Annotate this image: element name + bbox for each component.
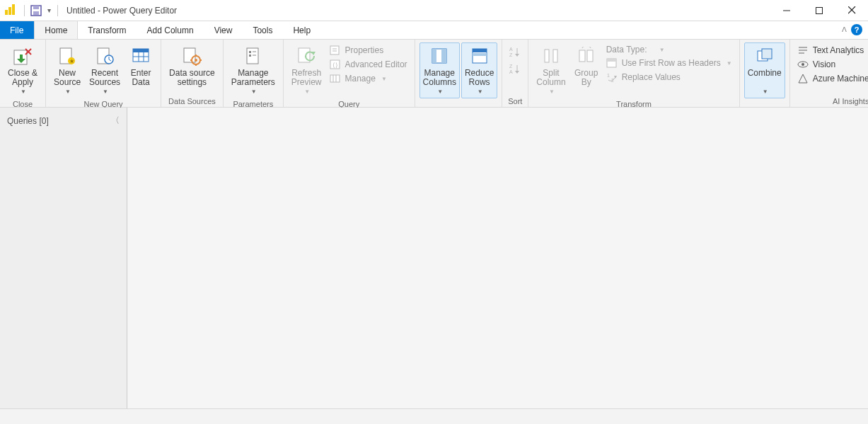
group-label (744, 98, 785, 108)
split-column-button[interactable]: Split Column▼ (533, 42, 569, 98)
tab-home[interactable]: Home (34, 21, 78, 39)
help-icon[interactable]: ? (851, 24, 862, 35)
content-area: Queries [0] 〈 (0, 108, 868, 408)
data-type-button[interactable]: Data Type: ▼ (603, 44, 735, 55)
label: Use First Row as Headers (622, 58, 721, 68)
refresh-preview-button[interactable]: Refresh Preview▼ (288, 42, 325, 98)
svg-text:A: A (509, 47, 513, 52)
enter-data-icon (132, 45, 150, 67)
close-apply-icon (13, 45, 33, 67)
svg-rect-2 (12, 4, 15, 15)
svg-rect-5 (33, 11, 39, 15)
tab-tools[interactable]: Tools (243, 21, 283, 39)
tab-help[interactable]: Help (283, 21, 321, 39)
group-data-sources: Data source settings Data Sources (161, 40, 224, 107)
save-icon[interactable] (30, 5, 42, 16)
label: Manage Parameters (231, 69, 275, 87)
vision-icon (797, 59, 809, 70)
label: New Source (54, 69, 81, 87)
text-analytics-icon (797, 45, 809, 56)
group-label: Query (288, 98, 410, 108)
group-parameters: Manage Parameters▼ Parameters (224, 40, 284, 107)
vision-button[interactable]: Vision (794, 58, 868, 71)
label: Close & Apply (8, 69, 37, 87)
svg-point-27 (195, 59, 197, 62)
sort-desc-button[interactable]: ZA (507, 62, 523, 75)
svg-rect-39 (330, 46, 339, 55)
svg-rect-34 (249, 55, 251, 57)
label: Group By (574, 69, 598, 87)
group-label: Transform (533, 98, 734, 108)
svg-rect-4 (33, 6, 39, 9)
manage-icon (330, 73, 341, 84)
tab-add-column[interactable]: Add Column (137, 21, 204, 39)
svg-rect-64 (587, 50, 593, 62)
svg-rect-62 (553, 50, 557, 62)
title-bar: ▾ Untitled - Power Query Editor (0, 0, 868, 21)
manage-columns-button[interactable]: Manage Columns▼ (419, 42, 460, 98)
label: Vision (813, 59, 835, 69)
data-source-settings-button[interactable]: Data source settings (166, 42, 219, 89)
recent-sources-button[interactable]: Recent Sources▼ (86, 42, 124, 98)
manage-parameters-button[interactable]: Manage Parameters▼ (228, 42, 279, 98)
svg-rect-33 (249, 51, 251, 53)
close-window-button[interactable] (835, 0, 868, 21)
svg-rect-25 (184, 48, 195, 62)
qat-dropdown-icon[interactable]: ▾ (47, 6, 54, 14)
separator (57, 5, 58, 16)
svg-marker-56 (515, 54, 519, 57)
preview-area (127, 108, 868, 408)
tab-view[interactable]: View (204, 21, 243, 39)
first-row-headers-icon (606, 57, 618, 69)
label: Replace Values (622, 72, 681, 82)
replace-values-icon: 12 (606, 71, 618, 83)
svg-text:★: ★ (69, 58, 74, 64)
azure-ml-button[interactable]: Azure Machine Learning (794, 72, 868, 85)
properties-icon (330, 45, 341, 56)
replace-values-button[interactable]: 12 Replace Values (603, 71, 735, 84)
svg-rect-32 (247, 48, 258, 64)
maximize-button[interactable] (803, 0, 835, 21)
properties-button[interactable]: Properties (327, 44, 410, 57)
label: Data Type: (606, 45, 647, 55)
svg-text:⟨⟩: ⟨⟩ (332, 62, 338, 69)
svg-marker-60 (515, 71, 519, 74)
new-source-button[interactable]: ★ New Source▼ (50, 42, 84, 98)
svg-rect-71 (762, 49, 772, 59)
tab-file[interactable]: File (0, 21, 34, 39)
window-title: Untitled - Power Query Editor (66, 6, 177, 16)
collapse-pane-icon[interactable]: 〈 (111, 115, 120, 127)
manage-button[interactable]: Manage▼ (327, 72, 410, 85)
tab-transform[interactable]: Transform (78, 21, 137, 39)
group-by-button[interactable]: Group By (571, 42, 602, 89)
advanced-editor-button[interactable]: ⟨⟩ Advanced Editor (327, 58, 410, 71)
label: Azure Machine Learning (813, 74, 868, 84)
ribbon: Close & Apply▼ Close ★ New Source▼ Recen… (0, 40, 868, 108)
label: Refresh Preview (291, 69, 322, 87)
svg-rect-52 (473, 53, 487, 56)
svg-marker-38 (311, 52, 316, 55)
sort-asc-button[interactable]: AZ (507, 45, 523, 58)
status-bar (0, 408, 868, 424)
label: Recent Sources (89, 69, 120, 87)
label: Manage (345, 74, 376, 84)
group-label: Parameters (228, 98, 279, 108)
label: Enter Data (131, 69, 151, 87)
group-combine: Combine▼ (740, 40, 790, 107)
combine-button[interactable]: Combine▼ (744, 42, 785, 98)
queries-pane: Queries [0] 〈 (0, 108, 127, 408)
svg-text:1: 1 (607, 73, 610, 78)
group-label: New Query (50, 98, 156, 108)
label: Manage Columns (423, 69, 456, 87)
reduce-rows-button[interactable]: Reduce Rows▼ (461, 42, 497, 98)
group-label: AI Insights (794, 96, 868, 105)
first-row-headers-button[interactable]: Use First Row as Headers▼ (603, 57, 735, 69)
enter-data-button[interactable]: Enter Data (125, 42, 156, 89)
svg-rect-61 (545, 50, 549, 62)
minimize-button[interactable] (770, 0, 803, 21)
text-analytics-button[interactable]: Text Analytics (794, 44, 868, 57)
collapse-ribbon-icon[interactable]: ᐱ (842, 25, 847, 33)
close-and-apply-button[interactable]: Close & Apply▼ (4, 42, 41, 98)
svg-rect-48 (432, 49, 436, 63)
group-label: Sort (507, 96, 523, 105)
